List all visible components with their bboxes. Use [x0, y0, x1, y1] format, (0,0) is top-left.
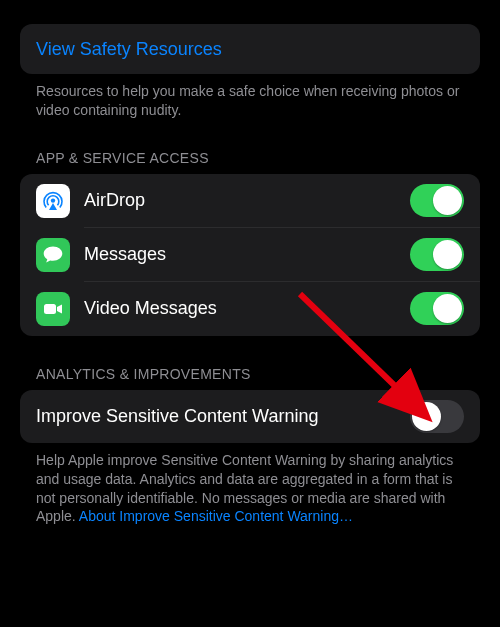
analytics-footer: Help Apple improve Sensitive Content War…	[20, 443, 480, 527]
messages-toggle[interactable]	[410, 238, 464, 271]
view-safety-resources-row[interactable]: View Safety Resources	[20, 24, 480, 74]
messages-icon	[36, 238, 70, 272]
analytics-header: ANALYTICS & IMPROVEMENTS	[20, 336, 480, 390]
analytics-group: Improve Sensitive Content Warning	[20, 390, 480, 443]
view-safety-resources-label: View Safety Resources	[36, 39, 222, 60]
video-messages-label: Video Messages	[84, 298, 410, 319]
about-improve-scw-link[interactable]: About Improve Sensitive Content Warning…	[79, 508, 353, 524]
video-messages-icon	[36, 292, 70, 326]
svg-rect-1	[44, 304, 56, 314]
airdrop-icon	[36, 184, 70, 218]
improve-scw-toggle[interactable]	[410, 400, 464, 433]
safety-resources-group: View Safety Resources	[20, 24, 480, 74]
video-messages-toggle[interactable]	[410, 292, 464, 325]
airdrop-row[interactable]: AirDrop	[20, 174, 480, 228]
svg-point-0	[51, 198, 55, 202]
safety-resources-footer: Resources to help you make a safe choice…	[20, 74, 480, 120]
improve-scw-row[interactable]: Improve Sensitive Content Warning	[20, 390, 480, 443]
messages-row[interactable]: Messages	[20, 228, 480, 282]
airdrop-toggle[interactable]	[410, 184, 464, 217]
app-access-group: AirDrop Messages Video Messages	[20, 174, 480, 336]
messages-label: Messages	[84, 244, 410, 265]
app-access-header: APP & SERVICE ACCESS	[20, 120, 480, 174]
airdrop-label: AirDrop	[84, 190, 410, 211]
video-messages-row[interactable]: Video Messages	[20, 282, 480, 336]
improve-scw-label: Improve Sensitive Content Warning	[36, 406, 410, 427]
